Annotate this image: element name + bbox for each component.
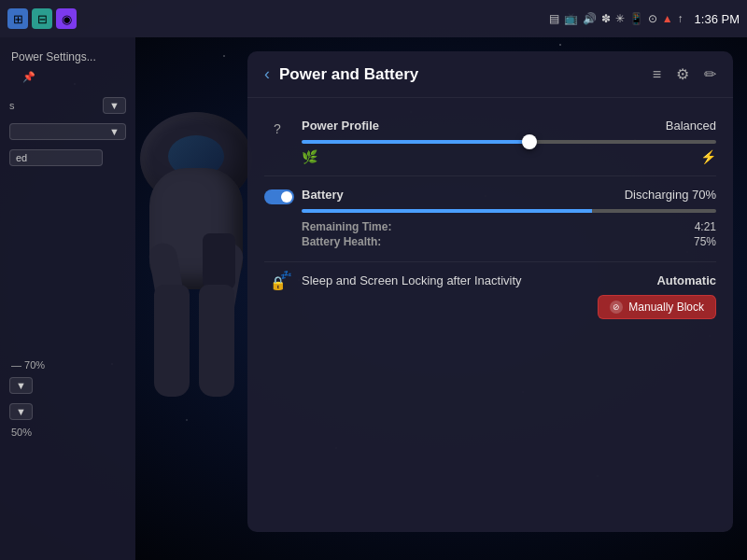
pin-icon: 📌 xyxy=(22,71,35,82)
taskbar-icon-1[interactable]: ⊞ xyxy=(7,8,28,29)
taskbar-icon-2[interactable]: ⊟ xyxy=(32,8,52,29)
battery-status: Discharging 70% xyxy=(625,188,716,202)
manually-block-button[interactable]: ⊘ Manually Block xyxy=(598,295,716,319)
slider-track xyxy=(302,140,716,144)
slider-icons-row: 🌿 ⚡ xyxy=(302,149,716,164)
dropdown-row-5: ▼ xyxy=(0,399,135,425)
health-val: 75% xyxy=(694,235,716,248)
dropdown-btn-4[interactable]: ▼ xyxy=(9,377,33,394)
left-panel: Power Settings... 📌 s ▼ ▼ ed — 70% ▼ ▼ 5… xyxy=(0,37,135,560)
header-actions: ≡ ⚙ ✏ xyxy=(653,65,716,83)
tray-icon-star[interactable]: ✳ xyxy=(615,12,625,25)
main-panel: ‹ Power and Battery ≡ ⚙ ✏ ? Power Profil… xyxy=(247,51,733,532)
sleep-title: Sleep and Screen Locking after Inactivit… xyxy=(302,273,522,287)
dropdown-btn-5[interactable]: ▼ xyxy=(9,403,33,420)
dropdown-row-2: ▼ xyxy=(0,119,135,145)
tray-icon-bluetooth[interactable]: ✽ xyxy=(601,12,611,25)
battery-section: Battery Discharging 70% Remaining Time: … xyxy=(247,176,733,261)
battery-progress-bar xyxy=(302,209,716,213)
panel-content: ? Power Profile Balanced 🌿 ⚡ xyxy=(247,98,733,340)
tray-icon-grid[interactable]: ▤ xyxy=(549,12,559,25)
sleep-body: Sleep and Screen Locking after Inactivit… xyxy=(302,273,716,319)
dropdown-row-3: ed xyxy=(0,145,135,171)
dropdown-row-4: ▼ xyxy=(0,372,135,399)
left-panel-header-item[interactable]: Power Settings... xyxy=(0,45,135,69)
toggle-thumb xyxy=(281,191,292,203)
remaining-time-row: Remaining Time: 4:21 xyxy=(302,220,716,233)
battery-toggle[interactable] xyxy=(264,189,294,204)
percent-70: — 70% xyxy=(0,357,135,372)
tray-icon-wifi[interactable]: ⊙ xyxy=(648,12,657,25)
battery-title-row: Battery Discharging 70% xyxy=(302,188,716,202)
battery-info: Remaining Time: 4:21 Battery Health: 75% xyxy=(302,220,716,248)
power-profile-icon: ? xyxy=(264,120,290,137)
remaining-time-label: Remaining Time: xyxy=(302,220,391,233)
sleep-lock-icon: 🔒 💤 xyxy=(264,275,290,290)
pin-icon-row: 📌 xyxy=(0,69,135,85)
system-tray: ▤ 📺 🔊 ✽ ✳ 📱 ⊙ ▲ ↑ xyxy=(549,12,684,25)
taskbar-right: ▤ 📺 🔊 ✽ ✳ 📱 ⊙ ▲ ↑ 1:36 PM xyxy=(549,12,740,26)
panel-title: Power and Battery xyxy=(279,65,653,84)
clock: 1:36 PM xyxy=(695,12,740,26)
battery-label: Battery xyxy=(302,188,344,202)
battery-body: Battery Discharging 70% Remaining Time: … xyxy=(302,188,716,250)
power-profile-body: Power Profile Balanced 🌿 ⚡ xyxy=(302,119,716,164)
panel-header: ‹ Power and Battery ≡ ⚙ ✏ xyxy=(247,51,733,98)
taskbar-icon-3[interactable]: ◉ xyxy=(56,8,77,29)
slider-thumb xyxy=(522,134,537,149)
remaining-time-val: 4:21 xyxy=(695,220,716,233)
edit-icon[interactable]: ✏ xyxy=(704,65,716,83)
dropdown-label-1: s xyxy=(9,100,15,111)
power-profile-section: ? Power Profile Balanced 🌿 ⚡ xyxy=(247,107,733,175)
sleep-title-row: Sleep and Screen Locking after Inactivit… xyxy=(302,273,716,287)
tray-icon-battery[interactable]: ▲ xyxy=(662,12,673,25)
settings-icon[interactable]: ⚙ xyxy=(676,65,689,83)
percent-50: 50% xyxy=(0,425,135,440)
back-button[interactable]: ‹ xyxy=(264,64,270,84)
block-icon: ⊘ xyxy=(610,301,623,314)
sleep-section: 🔒 💤 Sleep and Screen Locking after Inact… xyxy=(247,262,733,330)
tray-icon-up[interactable]: ↑ xyxy=(678,12,684,25)
block-button-row: ⊘ Manually Block xyxy=(302,295,716,319)
taskbar-left-icons: ⊞ ⊟ ◉ xyxy=(7,8,77,29)
block-label: Manually Block xyxy=(628,301,704,314)
tray-icon-display[interactable]: 📺 xyxy=(564,12,578,25)
battery-toggle-icon xyxy=(264,189,290,208)
taskbar: ⊞ ⊟ ◉ ▤ 📺 🔊 ✽ ✳ 📱 ⊙ ▲ ↑ 1:36 PM xyxy=(0,0,747,37)
dropdown-btn-1[interactable]: ▼ xyxy=(103,97,126,114)
dropdown-val-3: ed xyxy=(16,152,27,163)
tray-icon-volume[interactable]: 🔊 xyxy=(583,12,597,25)
dropdown-btn-3[interactable]: ed xyxy=(9,149,103,166)
power-profile-label: Power Profile xyxy=(302,119,379,133)
sleep-value: Automatic xyxy=(656,273,716,287)
tray-icon-phone[interactable]: 📱 xyxy=(629,12,643,25)
performance-icon: ⚡ xyxy=(700,149,716,164)
power-profile-slider[interactable] xyxy=(302,140,716,144)
dropdown-row-1: s ▼ xyxy=(0,92,135,119)
health-label: Battery Health: xyxy=(302,235,381,248)
menu-icon[interactable]: ≡ xyxy=(653,66,661,83)
power-settings-label: Power Settings... xyxy=(11,50,96,63)
dropdown-btn-2[interactable]: ▼ xyxy=(9,123,126,140)
power-profile-title-row: Power Profile Balanced xyxy=(302,119,716,133)
health-row: Battery Health: 75% xyxy=(302,235,716,248)
eco-icon: 🌿 xyxy=(302,149,317,164)
power-profile-value: Balanced xyxy=(666,119,716,133)
